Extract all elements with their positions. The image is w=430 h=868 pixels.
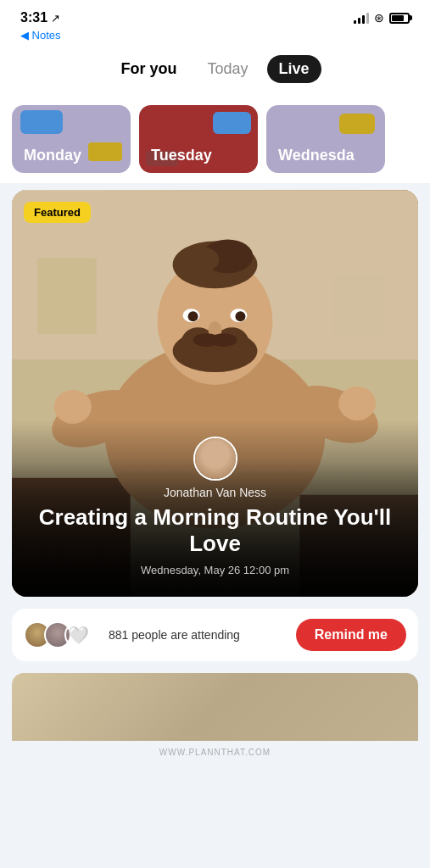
attend-row: 🤍 881 people are attending Remind me: [12, 609, 418, 661]
heart-icon: 🤍: [64, 621, 92, 648]
card-overlay: Jonathan Van Ness Creating a Morning Rou…: [12, 420, 418, 597]
tab-today[interactable]: Today: [195, 55, 260, 83]
host-avatar: [193, 437, 237, 481]
remind-me-button[interactable]: Remind me: [296, 619, 406, 651]
status-icons: ⊛: [354, 11, 410, 25]
avatar-stack: 🤍: [24, 621, 92, 648]
host-name: Jonathan Van Ness: [164, 486, 266, 499]
svg-point-10: [338, 387, 376, 420]
day-pill-monday[interactable]: Monday: [12, 105, 131, 173]
svg-rect-2: [37, 258, 97, 334]
event-date: Wednesday, May 26 12:00 pm: [141, 564, 289, 576]
status-bar: 3:31 ↗ ⊛: [0, 0, 430, 29]
back-label: ◀ Notes: [20, 29, 61, 42]
nav-tabs: For you Today Live: [0, 47, 430, 95]
tab-live[interactable]: Live: [267, 55, 321, 83]
navigation-arrow: ↗: [51, 12, 60, 25]
signal-icon: [354, 12, 369, 24]
svg-point-19: [235, 311, 245, 321]
svg-rect-3: [333, 275, 384, 338]
next-card-peek: [12, 673, 418, 741]
attend-left: 🤍 881 people are attending: [24, 621, 240, 648]
battery-icon: [389, 13, 410, 24]
day-label-wednesday: Wednesda: [278, 147, 355, 164]
scroll-area[interactable]: Monday Tuesday Wednesda: [0, 95, 430, 868]
attend-count: 881 people are attending: [109, 628, 240, 642]
watermark: WWW.PLANNTHAT.COM: [0, 741, 430, 760]
svg-point-25: [210, 333, 237, 347]
day-pills-row: Monday Tuesday Wednesda: [0, 95, 430, 183]
svg-point-15: [177, 246, 220, 273]
tab-for-you[interactable]: For you: [109, 55, 188, 83]
featured-card[interactable]: Featured Jonathan Van Ness Creating a Mo…: [12, 190, 418, 597]
day-pill-tuesday[interactable]: Tuesday: [139, 105, 258, 173]
featured-image: Featured Jonathan Van Ness Creating a Mo…: [12, 190, 418, 597]
event-title: Creating a Morning Routine You'll Love: [29, 504, 401, 557]
wifi-icon: ⊛: [374, 11, 384, 25]
back-navigation[interactable]: ◀ Notes: [0, 29, 430, 47]
day-label-tuesday: Tuesday: [151, 147, 212, 164]
day-pill-wednesday[interactable]: Wednesda: [266, 105, 385, 173]
svg-point-18: [188, 311, 198, 321]
day-label-monday: Monday: [24, 147, 81, 164]
phone-frame: 3:31 ↗ ⊛ ◀ Notes For you Today: [0, 0, 430, 868]
status-time: 3:31: [20, 10, 47, 25]
featured-badge: Featured: [24, 202, 91, 223]
